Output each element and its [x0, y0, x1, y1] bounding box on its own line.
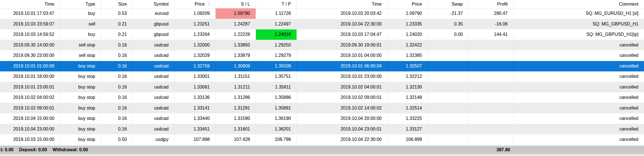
table-row-selected[interactable]: 2019.10.01 01:00:00buy stop0.16usdcad1.3…	[0, 61, 644, 72]
cell-tp: 1.36201	[256, 124, 297, 134]
cell-comment: SQ: MG_EURUSD_H1 [sl]	[514, 8, 644, 19]
cell-symbol: usdcad	[133, 40, 174, 50]
total-profit: 387.80	[469, 147, 510, 152]
cell-open-time: 2019.10.04 23:00:00	[0, 124, 60, 134]
cell-profit	[469, 113, 514, 124]
cell-size: 0.21	[101, 19, 133, 29]
cell-sl: 1.33850	[216, 40, 256, 50]
table-row[interactable]: 2019.09.30 14:00:00sell stop0.16usdcad1.…	[0, 40, 644, 51]
column-header-close-price[interactable]: Price	[388, 0, 428, 8]
table-row[interactable]: 2019.10.01 17:03:47buy0.53eurusd1.092091…	[0, 8, 644, 19]
cell-tp: 1.35509	[256, 61, 297, 71]
cell-symbol: usdcad	[133, 82, 174, 92]
cell-profit	[469, 61, 514, 71]
cell-type: buy stop	[60, 134, 101, 145]
column-header-open-price[interactable]: Price/	[174, 0, 216, 8]
cell-close-time: 2019.10.04 22:30:00	[297, 134, 388, 145]
cell-sl: 1.31291	[216, 103, 256, 113]
cell-tp: 1.35886	[256, 92, 297, 103]
cell-swap	[428, 113, 469, 124]
cell-tp: 1.22497	[256, 19, 297, 29]
table-row[interactable]: 2019.09.30 23:00:00sell stop0.16usdcad1.…	[0, 50, 644, 61]
cell-close-price: 1.32148	[388, 92, 428, 103]
cell-open-price: 1.32000	[174, 40, 216, 50]
cell-close-time: 2019.10.04 23:00:01	[297, 124, 388, 134]
table-row[interactable]: 2019.10.02 04:00:02buy stop0.16usdcad1.3…	[0, 92, 644, 103]
column-header-label: Size	[118, 2, 127, 7]
cell-size: 0.16	[101, 71, 133, 82]
cell-sl: 1.31151	[216, 71, 256, 82]
column-header-size[interactable]: Size	[101, 0, 133, 8]
cell-open-time: 2019.10.02 09:00:01	[0, 103, 60, 113]
cell-close-price: 1.24020	[388, 29, 428, 40]
cell-size: 0.16	[101, 113, 133, 124]
column-header-swap[interactable]: Swap	[428, 0, 469, 8]
cell-tp: 1.29250	[256, 40, 297, 50]
column-header-symbol[interactable]: Symbol	[133, 0, 174, 8]
column-header-label: Time	[45, 2, 54, 7]
column-header-label: Profit	[497, 2, 508, 7]
cell-close-price: 1.23335	[388, 19, 428, 29]
column-header-tp[interactable]: T / P	[256, 0, 297, 8]
cell-profit	[469, 71, 514, 82]
column-header-sl[interactable]: S / L	[216, 0, 256, 8]
cell-close-price: 1.33127	[388, 124, 428, 134]
trade-history-table: TimeTypeSizeSymbolPrice/S / LT / PTimePr…	[0, 0, 644, 156]
table-row[interactable]: 2019.10.01 23:00:01buy stop0.16usdcad1.3…	[0, 82, 644, 93]
cell-size: 0.53	[101, 8, 133, 19]
column-header-label: Symbol	[154, 2, 169, 7]
cell-size: 0.16	[101, 50, 133, 61]
cell-symbol: eurusd	[133, 8, 174, 19]
table-row[interactable]: 2019.10.03 14:56:52buy0.21gbpusd1.232641…	[0, 29, 644, 40]
cell-profit	[469, 40, 514, 50]
cell-open-price: 1.32759	[174, 61, 216, 71]
summary-footer: t: 0.00Deposit: 0.00Withdrawal: 0.00 387…	[0, 145, 644, 156]
cell-swap	[428, 82, 469, 92]
cell-size: 0.16	[101, 40, 133, 50]
cell-close-time: 2019.10.04 20:00:00	[297, 113, 388, 124]
column-header-label: Price	[412, 2, 422, 7]
cell-profit	[469, 50, 514, 61]
cell-close-time: 2019.10.04 22:30:00	[297, 19, 388, 29]
cell-type: buy stop	[60, 124, 101, 134]
cell-close-time: 2019.10.01 04:00:00	[297, 50, 388, 61]
column-header-open-time[interactable]: Time	[0, 0, 60, 8]
cell-comment: cancelled	[514, 92, 644, 103]
column-header-label: Time	[372, 2, 382, 7]
cell-type: buy stop	[60, 71, 101, 82]
cell-size: 0.21	[101, 29, 133, 40]
cell-profit: -16.06	[469, 19, 514, 29]
cell-close-time: 2019.10.01 23:00:00	[297, 71, 388, 82]
table-row[interactable]: 2019.10.03 15:00:00buy stop0.50usdjpy107…	[0, 134, 644, 145]
column-header-close-time[interactable]: Time	[297, 0, 388, 8]
cell-sl: 1.09790	[216, 8, 256, 19]
cell-symbol: usdcad	[133, 61, 174, 71]
cell-symbol: usdcad	[133, 50, 174, 61]
table-body: 2019.10.01 17:03:47buy0.53eurusd1.092091…	[0, 8, 644, 145]
column-header-comment[interactable]: Comment	[514, 0, 644, 8]
cell-open-time: 2019.10.03 15:00:00	[0, 134, 60, 145]
cell-swap: 0.00	[428, 29, 469, 40]
cell-type: buy stop	[60, 82, 101, 92]
table-row[interactable]: 2019.10.01 18:00:00buy stop0.16usdcad1.3…	[0, 71, 644, 82]
cell-tp: 1.11726	[256, 8, 297, 19]
cell-type: buy	[60, 29, 101, 40]
cell-size: 0.16	[101, 92, 133, 103]
cell-close-price: 1.09790	[388, 8, 428, 19]
column-header-type[interactable]: Type	[60, 0, 101, 8]
cell-profit	[469, 124, 514, 134]
table-row[interactable]: 2019.10.03 23:59:07sell0.21gbpusd1.23251…	[0, 19, 644, 30]
column-header-profit[interactable]: Profit	[469, 0, 514, 8]
cell-comment: cancelled	[514, 134, 644, 145]
cell-tp: 1.35811	[256, 82, 297, 92]
cell-size: 0.16	[101, 103, 133, 113]
table-row[interactable]: 2019.10.04 23:00:00buy stop0.16usdcad1.3…	[0, 124, 644, 135]
cell-comment: cancelled	[514, 103, 644, 113]
cell-profit	[469, 92, 514, 103]
table-row[interactable]: 2019.10.02 09:00:01buy stop0.16usdcad1.3…	[0, 103, 644, 114]
bottom-strip	[0, 154, 644, 156]
cell-open-price: 1.33136	[174, 92, 216, 103]
cell-close-price: 1.32514	[388, 103, 428, 113]
table-row[interactable]: 2019.10.04 15:00:00buy stop0.16usdcad1.3…	[0, 113, 644, 124]
cell-symbol: gbpusd	[133, 29, 174, 40]
